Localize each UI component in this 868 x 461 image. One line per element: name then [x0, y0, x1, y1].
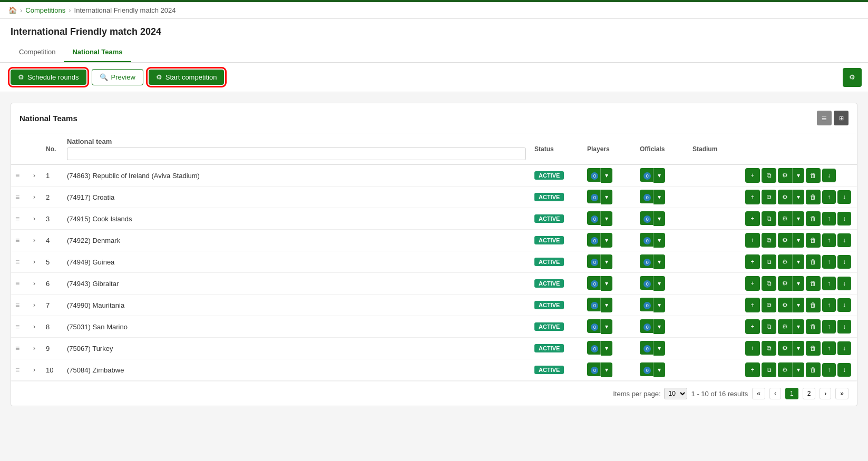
official-dropdown-button[interactable]: ▾	[654, 211, 665, 226]
expand-button[interactable]: ›	[31, 257, 37, 267]
breadcrumb-competitions[interactable]: Competitions	[25, 6, 65, 14]
delete-button[interactable]: 🗑	[806, 190, 821, 204]
official-dropdown-button[interactable]: ▾	[654, 190, 665, 204]
add-action-button[interactable]: +	[745, 319, 760, 334]
expand-button[interactable]: ›	[31, 344, 37, 353]
official-dropdown-button[interactable]: ▾	[654, 341, 665, 356]
add-official-button[interactable]: + 0	[640, 319, 654, 333]
preview-button[interactable]: 🔍 Preview	[92, 69, 143, 85]
copy-button[interactable]: ⧉	[762, 362, 776, 377]
add-player-button[interactable]: + 0	[587, 276, 601, 290]
player-dropdown-button[interactable]: ▾	[601, 319, 612, 334]
copy-button[interactable]: ⧉	[762, 341, 776, 356]
delete-button[interactable]: 🗑	[806, 211, 821, 226]
share-dropdown-button[interactable]: ▾	[793, 362, 804, 377]
add-action-button[interactable]: +	[745, 233, 760, 248]
delete-button[interactable]: 🗑	[806, 168, 821, 183]
copy-button[interactable]: ⧉	[762, 276, 776, 291]
player-dropdown-button[interactable]: ▾	[601, 341, 612, 356]
add-official-button[interactable]: + 0	[640, 298, 654, 311]
share-button[interactable]: ⚙	[778, 276, 793, 291]
move-down-button[interactable]: ↓	[837, 190, 851, 204]
official-dropdown-button[interactable]: ▾	[654, 298, 665, 312]
add-action-button[interactable]: +	[745, 362, 760, 377]
expand-button[interactable]: ›	[31, 322, 37, 331]
items-per-page-select[interactable]: 10 25 50	[664, 388, 687, 399]
add-action-button[interactable]: +	[745, 341, 760, 356]
add-official-button[interactable]: + 0	[640, 254, 654, 268]
add-official-button[interactable]: + 0	[640, 233, 654, 247]
expand-button[interactable]: ›	[31, 300, 37, 310]
drag-handle[interactable]: ≡	[15, 214, 19, 223]
share-dropdown-button[interactable]: ▾	[793, 341, 804, 356]
tab-competition[interactable]: Competition	[11, 44, 64, 62]
share-button[interactable]: ⚙	[778, 341, 793, 356]
add-official-button[interactable]: + 0	[640, 211, 654, 225]
add-action-button[interactable]: +	[745, 211, 760, 226]
page-1-button[interactable]: 1	[785, 388, 798, 399]
add-official-button[interactable]: + 0	[640, 276, 654, 290]
copy-button[interactable]: ⧉	[762, 298, 776, 312]
drag-handle[interactable]: ≡	[15, 279, 19, 288]
move-up-button[interactable]: ↑	[822, 255, 836, 269]
add-player-button[interactable]: + 0	[587, 211, 601, 225]
official-dropdown-button[interactable]: ▾	[654, 168, 665, 183]
delete-button[interactable]: 🗑	[806, 341, 821, 356]
add-official-button[interactable]: + 0	[640, 341, 654, 355]
first-page-button[interactable]: «	[752, 388, 765, 399]
drag-handle[interactable]: ≡	[15, 171, 19, 180]
delete-button[interactable]: 🗑	[806, 319, 821, 334]
add-player-button[interactable]: + 0	[587, 190, 601, 203]
move-up-button[interactable]: ↑	[822, 341, 836, 355]
share-button[interactable]: ⚙	[778, 362, 793, 377]
copy-button[interactable]: ⧉	[762, 319, 776, 334]
share-dropdown-button[interactable]: ▾	[793, 254, 804, 269]
player-dropdown-button[interactable]: ▾	[601, 168, 612, 183]
add-player-button[interactable]: + 0	[587, 168, 601, 182]
player-dropdown-button[interactable]: ▾	[601, 362, 612, 377]
move-up-button[interactable]: ↑	[822, 298, 836, 312]
move-down-button[interactable]: ↓	[822, 169, 836, 182]
expand-button[interactable]: ›	[31, 214, 37, 223]
add-player-button[interactable]: + 0	[587, 319, 601, 333]
move-down-button[interactable]: ↓	[837, 277, 851, 290]
share-dropdown-button[interactable]: ▾	[793, 168, 804, 183]
grid-view-button[interactable]: ⊞	[834, 111, 849, 125]
delete-button[interactable]: 🗑	[806, 298, 821, 312]
add-official-button[interactable]: + 0	[640, 190, 654, 203]
share-button[interactable]: ⚙	[778, 168, 793, 183]
share-dropdown-button[interactable]: ▾	[793, 233, 804, 248]
home-icon[interactable]: 🏠	[8, 6, 17, 14]
copy-button[interactable]: ⧉	[762, 233, 776, 248]
add-action-button[interactable]: +	[745, 254, 760, 269]
player-dropdown-button[interactable]: ▾	[601, 298, 612, 312]
share-button[interactable]: ⚙	[778, 211, 793, 226]
delete-button[interactable]: 🗑	[806, 254, 821, 269]
expand-button[interactable]: ›	[31, 192, 37, 202]
next-page-button[interactable]: ›	[820, 388, 831, 399]
copy-button[interactable]: ⧉	[762, 254, 776, 269]
share-button[interactable]: ⚙	[778, 190, 793, 204]
player-dropdown-button[interactable]: ▾	[601, 233, 612, 248]
share-dropdown-button[interactable]: ▾	[793, 298, 804, 312]
settings-button[interactable]: ⚙	[843, 68, 862, 87]
player-dropdown-button[interactable]: ▾	[601, 254, 612, 269]
add-action-button[interactable]: +	[745, 276, 760, 291]
drag-handle[interactable]: ≡	[15, 236, 19, 244]
add-official-button[interactable]: + 0	[640, 168, 654, 182]
move-down-button[interactable]: ↓	[837, 233, 851, 247]
expand-button[interactable]: ›	[31, 365, 37, 375]
share-button[interactable]: ⚙	[778, 319, 793, 334]
copy-button[interactable]: ⧉	[762, 211, 776, 226]
share-button[interactable]: ⚙	[778, 233, 793, 248]
start-competition-button[interactable]: ⚙ Start competition	[149, 70, 225, 85]
copy-button[interactable]: ⧉	[762, 190, 776, 204]
player-dropdown-button[interactable]: ▾	[601, 190, 612, 204]
expand-button[interactable]: ›	[31, 236, 37, 245]
official-dropdown-button[interactable]: ▾	[654, 254, 665, 269]
add-action-button[interactable]: +	[745, 190, 760, 204]
share-dropdown-button[interactable]: ▾	[793, 319, 804, 334]
move-up-button[interactable]: ↑	[822, 190, 836, 204]
drag-handle[interactable]: ≡	[15, 344, 19, 352]
drag-handle[interactable]: ≡	[15, 322, 19, 331]
